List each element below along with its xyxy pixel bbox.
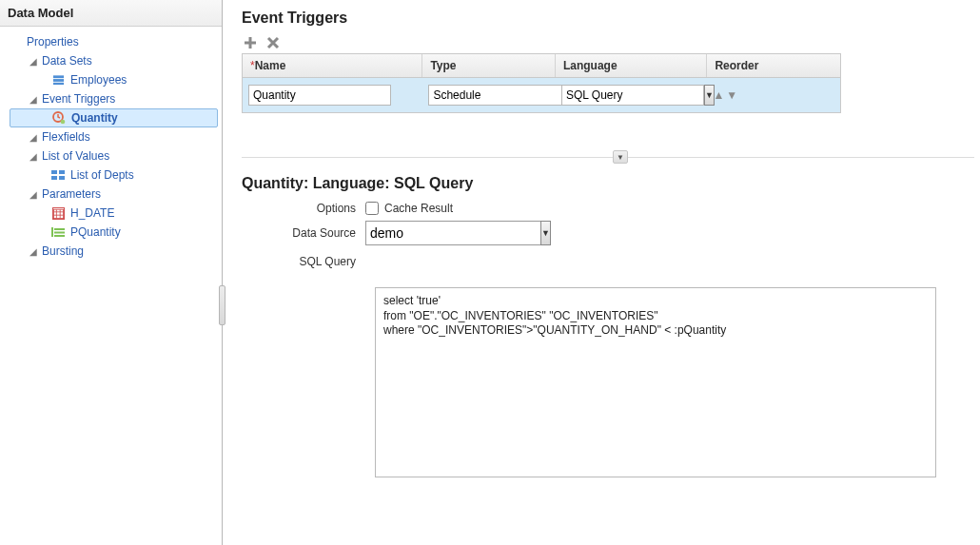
sql-query-row: SQL Query	[242, 251, 974, 268]
col-header-reorder: Reorder	[707, 54, 840, 77]
tree-list-of-values[interactable]: ◢ List of Values	[10, 146, 218, 165]
svg-rect-2	[52, 83, 63, 85]
trigger-name-input[interactable]	[248, 85, 391, 106]
caret-closed-icon: ◢	[29, 246, 38, 257]
caret-open-icon: ◢	[29, 189, 38, 200]
tree-label: Employees	[70, 73, 127, 87]
svg-rect-14	[51, 227, 53, 237]
svg-rect-16	[54, 232, 65, 234]
collapse-toggle[interactable]: ▼	[613, 150, 628, 164]
main-panel: Event Triggers *Name Type Language Reord…	[223, 0, 980, 545]
tree-parameters[interactable]: ◢ Parameters	[10, 185, 218, 204]
tree-data-sets[interactable]: ◢ Data Sets	[10, 51, 218, 70]
sql-query-textarea[interactable]	[375, 287, 936, 477]
tree-label: Parameters	[42, 187, 101, 201]
section-title: Event Triggers	[242, 10, 974, 27]
col-header-name-text: Name	[255, 59, 286, 72]
plus-icon	[243, 35, 258, 50]
tree-list-of-depts[interactable]: List of Depts	[10, 165, 218, 185]
toolbar	[242, 34, 974, 51]
col-header-type: Type	[422, 54, 556, 77]
trigger-type-select[interactable]: ▼	[428, 85, 542, 106]
caret-open-icon: ◢	[29, 151, 38, 162]
detail-title: Quantity: Language: SQL Query	[242, 175, 974, 192]
tree-flexfields[interactable]: ◢ Flexfields	[10, 127, 218, 146]
tree-event-triggers[interactable]: ◢ Event Triggers	[10, 89, 218, 108]
tree-h-date[interactable]: H_DATE	[10, 204, 218, 223]
trigger-type-value[interactable]	[428, 85, 571, 106]
delete-button[interactable]	[265, 34, 282, 51]
chevron-down-icon[interactable]: ▼	[540, 221, 551, 245]
tree: Properties ◢ Data Sets Employees ◢ Event…	[0, 27, 222, 266]
cache-result-checkbox[interactable]	[365, 202, 379, 215]
svg-rect-19	[245, 42, 256, 45]
col-header-name: *Name	[243, 54, 422, 77]
options-row: Options Cache Result	[242, 202, 974, 215]
add-button[interactable]	[242, 34, 259, 51]
svg-point-4	[61, 120, 66, 125]
svg-rect-5	[51, 170, 57, 174]
param-icon	[49, 227, 67, 237]
data-source-select[interactable]: ▼	[365, 221, 489, 245]
tree-bursting[interactable]: ◢ Bursting	[10, 242, 218, 261]
lov-icon	[49, 169, 67, 181]
triggers-table: *Name Type Language Reorder ▼	[242, 53, 841, 113]
data-source-label: Data Source	[242, 226, 365, 240]
svg-rect-8	[59, 176, 65, 180]
tree-label: List of Depts	[70, 168, 134, 182]
cache-result-label: Cache Result	[384, 202, 453, 215]
tree-quantity[interactable]: Quantity	[10, 108, 218, 127]
svg-rect-0	[52, 75, 63, 78]
caret-closed-icon: ◢	[29, 132, 38, 143]
table-row[interactable]: ▼ ▼ ▲▼	[243, 77, 840, 112]
data-source-value[interactable]	[365, 221, 540, 245]
trigger-language-value[interactable]	[561, 85, 704, 106]
sidebar-title: Data Model	[0, 0, 222, 27]
calendar-icon	[49, 207, 67, 220]
tree-label: List of Values	[42, 149, 109, 163]
tree-label: Bursting	[42, 244, 84, 258]
table-header-row: *Name Type Language Reorder	[243, 54, 840, 77]
svg-rect-6	[59, 170, 65, 174]
tree-label: Event Triggers	[42, 92, 115, 106]
tree-employees[interactable]: Employees	[10, 70, 218, 89]
reorder-controls[interactable]: ▲▼	[713, 88, 739, 102]
data-source-row: Data Source ▼	[242, 221, 974, 245]
tree-label: PQuantity	[70, 225, 121, 239]
sidebar: Data Model Properties ◢ Data Sets Employ…	[0, 0, 223, 545]
dataset-icon	[49, 74, 67, 86]
event-trigger-icon	[50, 111, 68, 125]
caret-open-icon: ◢	[29, 56, 38, 67]
tree-pquantity[interactable]: PQuantity	[10, 223, 218, 242]
tree-label: Data Sets	[42, 54, 92, 68]
caret-open-icon: ◢	[29, 94, 38, 105]
svg-rect-1	[52, 79, 63, 82]
col-header-language: Language	[556, 54, 707, 77]
tree-label: H_DATE	[70, 206, 114, 220]
section-divider: ▼	[242, 157, 974, 158]
tree-label: Properties	[27, 35, 79, 49]
svg-rect-15	[54, 228, 65, 230]
tree-label: Flexfields	[42, 130, 90, 144]
options-label: Options	[242, 202, 365, 215]
tree-label: Quantity	[71, 111, 118, 125]
sql-query-label: SQL Query	[242, 255, 365, 268]
svg-rect-7	[51, 176, 57, 180]
tree-properties[interactable]: Properties	[10, 32, 218, 51]
x-icon	[265, 35, 281, 50]
svg-rect-9	[53, 209, 63, 218]
trigger-language-select[interactable]: ▼	[561, 85, 695, 106]
svg-rect-17	[54, 235, 65, 237]
